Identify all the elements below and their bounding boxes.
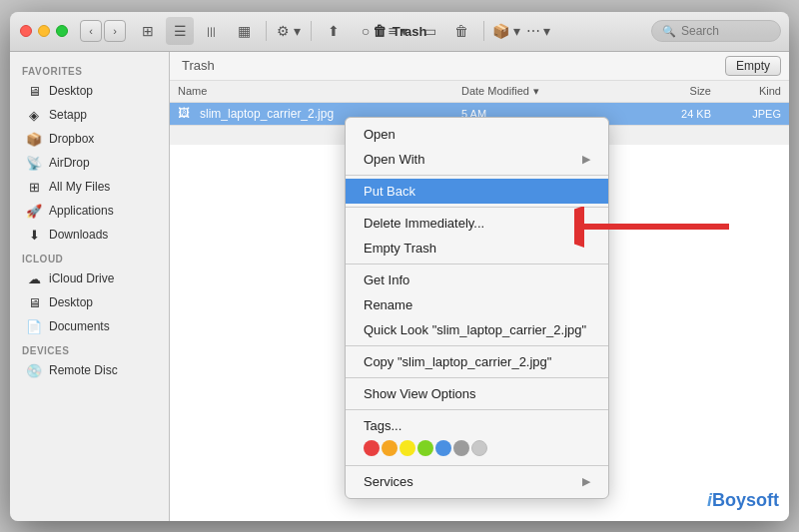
context-menu: Open Open With ▶ Put Back Delete Immedia… xyxy=(345,117,609,499)
ctx-separator-5 xyxy=(346,377,608,378)
applications-icon: 🚀 xyxy=(26,204,42,219)
downloads-icon: ⬇ xyxy=(26,228,42,243)
sidebar-item-documents[interactable]: 📄 Documents xyxy=(14,315,165,338)
sort-arrow-icon: ▾ xyxy=(533,85,539,98)
arrange-button[interactable]: ⚙ ▾ xyxy=(275,17,303,45)
nav-arrows: ‹ › xyxy=(80,20,126,42)
separator2 xyxy=(311,21,312,41)
path-label: Trash xyxy=(178,58,719,73)
sidebar-item-applications[interactable]: 🚀 Applications xyxy=(14,200,165,223)
ctx-copy[interactable]: Copy "slim_laptop_carrier_2.jpg" xyxy=(346,349,608,374)
ctx-separator-3 xyxy=(346,264,608,265)
ctx-quick-look[interactable]: Quick Look "slim_laptop_carrier_2.jpg" xyxy=(346,317,608,342)
sidebar-section-icloud: iCloud xyxy=(10,248,169,266)
ctx-tags-row xyxy=(346,436,608,462)
separator xyxy=(266,21,267,41)
tag-orange[interactable] xyxy=(382,440,398,456)
ctx-empty-trash[interactable]: Empty Trash xyxy=(346,236,608,261)
close-button[interactable] xyxy=(20,25,32,37)
tag-light-gray[interactable] xyxy=(471,440,487,456)
sidebar-item-desktop[interactable]: 🖥 Desktop xyxy=(14,80,165,103)
column-view-button[interactable]: ⫼ xyxy=(198,17,226,45)
sidebar-item-setapp[interactable]: ◈ Setapp xyxy=(14,104,165,127)
search-bar[interactable]: 🔍 xyxy=(651,20,781,42)
search-input[interactable] xyxy=(681,24,770,38)
trash-icon: 🗑 xyxy=(373,23,387,39)
submenu-arrow-icon: ▶ xyxy=(582,153,590,166)
sidebar-item-all-my-files[interactable]: ⊞ All My Files xyxy=(14,176,165,199)
search-icon: 🔍 xyxy=(662,25,676,38)
sidebar: Favorites 🖥 Desktop ◈ Setapp 📦 Dropbox 📡… xyxy=(10,52,170,521)
separator3 xyxy=(483,21,484,41)
ctx-rename[interactable]: Rename xyxy=(346,292,608,317)
share-button[interactable]: ⬆ xyxy=(320,17,348,45)
ctx-open-with[interactable]: Open With ▶ xyxy=(346,147,608,172)
file-thumbnail-icon: 🖼 xyxy=(178,106,194,122)
titlebar: ‹ › ⊞ ☰ ⫼ ▦ ⚙ ▾ ⬆ ○ ≡ ▾ ▭ 🗑 📦 ▾ ⋯ ▾ 🗑 Tr… xyxy=(10,12,789,52)
ctx-services[interactable]: Services ▶ xyxy=(346,469,608,494)
col-header-kind[interactable]: Kind xyxy=(711,85,781,97)
empty-button[interactable]: Empty xyxy=(725,56,781,76)
airdrop-icon: 📡 xyxy=(26,156,42,171)
cover-flow-button[interactable]: ▦ xyxy=(230,17,258,45)
tag-green[interactable] xyxy=(417,440,433,456)
more-button[interactable]: ⋯ ▾ xyxy=(524,17,552,45)
delete-button[interactable]: 🗑 xyxy=(447,17,475,45)
traffic-lights xyxy=(20,25,68,37)
icon-view-button[interactable]: ⊞ xyxy=(134,17,162,45)
back-button[interactable]: ‹ xyxy=(80,20,102,42)
ctx-tags-label[interactable]: Tags... xyxy=(346,413,608,436)
window-title: Trash xyxy=(393,24,427,39)
setapp-icon: ◈ xyxy=(26,108,42,123)
file-kind: JPEG xyxy=(711,108,781,120)
main-area: Favorites 🖥 Desktop ◈ Setapp 📦 Dropbox 📡… xyxy=(10,52,789,521)
remote-disc-icon: 💿 xyxy=(26,363,42,378)
watermark-text: Boysoft xyxy=(712,490,779,510)
sidebar-section-favorites: Favorites xyxy=(10,60,169,79)
title-area: 🗑 Trash xyxy=(373,23,427,39)
sidebar-section-devices: Devices xyxy=(10,339,169,358)
ctx-delete-immediately[interactable]: Delete Immediately... xyxy=(346,211,608,236)
col-header-size[interactable]: Size xyxy=(641,85,711,97)
ctx-put-back[interactable]: Put Back xyxy=(346,179,608,204)
view-icons: ⊞ ☰ ⫼ ▦ ⚙ ▾ ⬆ ○ ≡ ▾ ▭ 🗑 📦 ▾ ⋯ ▾ xyxy=(134,17,552,45)
documents-icon: 📄 xyxy=(26,319,42,334)
icloud-desktop-icon: 🖥 xyxy=(26,295,42,310)
iboysoft-watermark: iBoysoft xyxy=(707,490,779,511)
finder-window: ‹ › ⊞ ☰ ⫼ ▦ ⚙ ▾ ⬆ ○ ≡ ▾ ▭ 🗑 📦 ▾ ⋯ ▾ 🗑 Tr… xyxy=(10,12,789,521)
col-header-date[interactable]: Date Modified ▾ xyxy=(461,85,641,98)
file-size: 24 KB xyxy=(641,108,711,120)
maximize-button[interactable] xyxy=(56,25,68,37)
ctx-separator-2 xyxy=(346,207,608,208)
sidebar-item-icloud-desktop[interactable]: 🖥 Desktop xyxy=(14,291,165,314)
content-area: Trash Empty Name Date Modified ▾ Size Ki… xyxy=(170,52,789,521)
icloud-drive-icon: ☁ xyxy=(26,271,42,286)
col-header-name[interactable]: Name xyxy=(178,85,461,97)
desktop-icon: 🖥 xyxy=(26,84,42,99)
ctx-separator-4 xyxy=(346,345,608,346)
tag-red[interactable] xyxy=(364,440,380,456)
sidebar-item-dropbox[interactable]: 📦 Dropbox xyxy=(14,128,165,151)
tag-gray[interactable] xyxy=(453,440,469,456)
finder-top-bar: Trash Empty xyxy=(170,52,789,81)
red-arrow xyxy=(574,207,734,261)
sidebar-item-downloads[interactable]: ⬇ Downloads xyxy=(14,224,165,247)
sidebar-item-airdrop[interactable]: 📡 AirDrop xyxy=(14,152,165,175)
ctx-separator-6 xyxy=(346,409,608,410)
ctx-show-view-options[interactable]: Show View Options xyxy=(346,381,608,406)
ctx-open[interactable]: Open xyxy=(346,122,608,147)
tag-blue[interactable] xyxy=(435,440,451,456)
column-headers: Name Date Modified ▾ Size Kind xyxy=(170,81,789,103)
list-view-button[interactable]: ☰ xyxy=(166,17,194,45)
minimize-button[interactable] xyxy=(38,25,50,37)
dropbox-sidebar-icon: 📦 xyxy=(26,132,42,147)
sidebar-item-remote-disc[interactable]: 💿 Remote Disc xyxy=(14,359,165,382)
forward-button[interactable]: › xyxy=(104,20,126,42)
ctx-get-info[interactable]: Get Info xyxy=(346,267,608,292)
ctx-separator-1 xyxy=(346,175,608,176)
sidebar-item-icloud-drive[interactable]: ☁ iCloud Drive xyxy=(14,267,165,290)
dropbox-icon[interactable]: 📦 ▾ xyxy=(492,17,520,45)
ctx-separator-7 xyxy=(346,465,608,466)
services-arrow-icon: ▶ xyxy=(582,475,590,488)
tag-yellow[interactable] xyxy=(400,440,415,456)
